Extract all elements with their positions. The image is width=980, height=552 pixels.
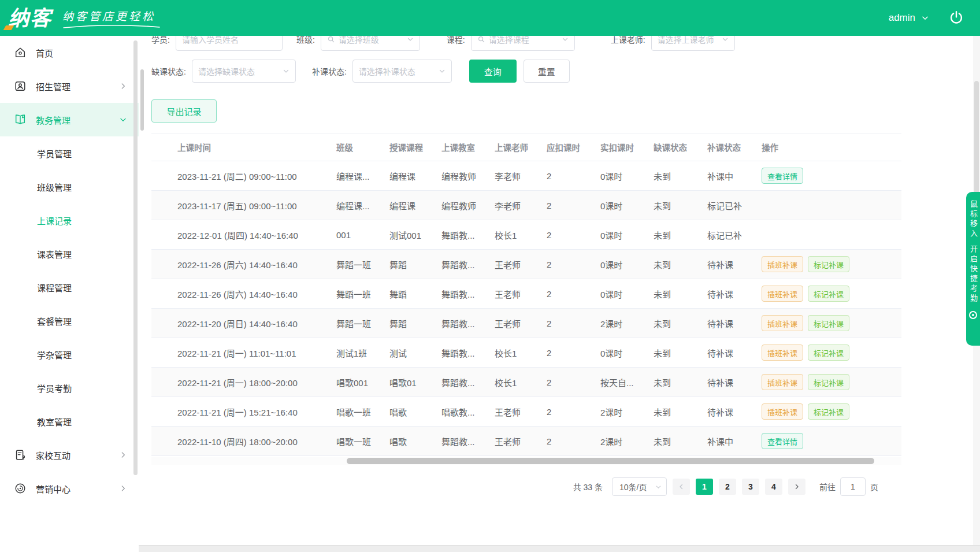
- mark-makeup-button[interactable]: 标记补课: [808, 256, 849, 272]
- mark-makeup-button[interactable]: 标记补课: [808, 403, 849, 420]
- cell-makeup-status: 补课中: [707, 427, 762, 456]
- cell-makeup-status: 标记已补: [707, 191, 762, 220]
- col-makeup-status: 补课状态: [707, 134, 762, 161]
- content-scrollbar-thumb[interactable]: [140, 69, 144, 131]
- chevron-down-icon: [439, 68, 446, 75]
- power-logout-icon[interactable]: [949, 10, 964, 25]
- sidebar-item-home-school[interactable]: 家校互动: [0, 438, 139, 472]
- col-actual-hours: 实扣课时: [600, 134, 654, 161]
- cell-time: 2022-11-21 (周一) 18:00~20:00: [177, 368, 336, 397]
- sidebar-item-label: 家校互动: [36, 449, 70, 461]
- view-details-button[interactable]: 查看详情: [762, 168, 803, 184]
- cell-selector-sliver: [151, 220, 177, 250]
- admin-username: admin: [889, 12, 915, 24]
- horizontal-scrollbar[interactable]: [151, 457, 901, 465]
- view-details-button[interactable]: 查看详情: [762, 433, 803, 449]
- sidebar-subitem-套餐管理[interactable]: 套餐管理: [0, 304, 139, 338]
- marketing-target-icon: [14, 482, 27, 495]
- cell-teacher: 李老师: [495, 161, 547, 191]
- filter-row-1: 学员: 请输入学员姓名 班级: 请选择班级 课程: 请选择课程: [151, 36, 980, 51]
- chevron-down-icon: [722, 36, 729, 43]
- cell-room: 舞蹈教...: [441, 338, 495, 368]
- mark-makeup-button[interactable]: 标记补课: [808, 344, 849, 361]
- page-size-select[interactable]: 10条/页: [612, 477, 667, 496]
- student-search-input[interactable]: 请输入学员姓名: [176, 36, 283, 51]
- sidebar-subitem-班级管理[interactable]: 班级管理: [0, 170, 139, 203]
- sidebar-subitem-课表管理[interactable]: 课表管理: [0, 237, 139, 271]
- cell-room: 编程教师: [441, 161, 495, 191]
- insert-makeup-button[interactable]: 插班补课: [762, 403, 803, 420]
- sidebar-subitem-学员考勤[interactable]: 学员考勤: [0, 371, 139, 405]
- cell-actions: 插班补课标记补课: [762, 279, 901, 309]
- absent-status-select[interactable]: 请选择缺课状态: [192, 60, 296, 83]
- next-page-button[interactable]: [788, 479, 805, 495]
- sidebar-subitem-教室管理[interactable]: 教室管理: [0, 405, 139, 438]
- cell-due-hours: 2: [547, 309, 600, 338]
- quick-attendance-tab[interactable]: 鼠标移入 开启快捷考勤: [966, 192, 980, 346]
- cell-actions: 插班补课标记补课: [762, 397, 901, 427]
- cell-actual-hours: 0课时: [600, 220, 654, 250]
- goto-page-input[interactable]: [840, 477, 866, 496]
- table-row: 2022-11-20 (周日) 14:40~16:40舞蹈一班舞蹈舞蹈教...王…: [151, 309, 901, 338]
- cell-actual-hours: 0课时: [600, 250, 654, 279]
- cell-time: 2022-12-01 (周四) 14:40~16:40: [177, 220, 336, 250]
- page-button-2[interactable]: 2: [719, 479, 736, 495]
- sidebar-subitem-学员管理[interactable]: 学员管理: [0, 136, 139, 170]
- prev-page-button[interactable]: [673, 479, 690, 495]
- page-button-4[interactable]: 4: [765, 479, 782, 495]
- mark-makeup-button[interactable]: 标记补课: [808, 374, 849, 390]
- export-records-button[interactable]: 导出记录: [151, 99, 217, 123]
- insert-makeup-button[interactable]: 插班补课: [762, 344, 803, 361]
- col-due-hours: 应扣课时: [547, 134, 600, 161]
- cell-teacher: 王老师: [495, 279, 547, 309]
- table-header-row: 上课时间 班级 授课课程 上课教室 上课老师 应扣课时 实扣课时 缺课状态 补课…: [151, 134, 901, 161]
- cell-class: 唱歌一班: [336, 427, 389, 456]
- col-class: 班级: [336, 134, 389, 161]
- cell-makeup-status: 待补课: [707, 250, 762, 279]
- cell-teacher: 校长1: [495, 338, 547, 368]
- insert-makeup-button[interactable]: 插班补课: [762, 374, 803, 390]
- teacher-select[interactable]: 请选择上课老师: [651, 36, 735, 51]
- cell-actions: 插班补课标记补课: [762, 338, 901, 368]
- sidebar-item-marketing[interactable]: 营销中心: [0, 472, 139, 505]
- reset-button[interactable]: 重置: [524, 60, 570, 83]
- mark-makeup-button[interactable]: 标记补课: [808, 286, 849, 302]
- cell-actions: 查看详情: [762, 161, 901, 191]
- cell-makeup-status: 待补课: [707, 368, 762, 397]
- class-select[interactable]: 请选择班级: [321, 36, 420, 51]
- insert-makeup-button[interactable]: 插班补课: [762, 315, 803, 331]
- mark-makeup-button[interactable]: 标记补课: [808, 315, 849, 331]
- makeup-status-select[interactable]: 请选择补课状态: [352, 60, 452, 83]
- insert-makeup-button[interactable]: 插班补课: [762, 256, 803, 272]
- sidebar-scrollbar[interactable]: [133, 40, 138, 475]
- sidebar-subitem-课程管理[interactable]: 课程管理: [0, 271, 139, 304]
- cell-selector-sliver: [151, 368, 177, 397]
- cell-actions: 插班补课标记补课: [762, 309, 901, 338]
- admin-user-menu[interactable]: admin: [889, 12, 929, 24]
- cell-selector-sliver: [151, 338, 177, 368]
- cell-actual-hours: 0课时: [600, 279, 654, 309]
- cell-due-hours: 2: [547, 427, 600, 456]
- sidebar-item-home[interactable]: 首页: [0, 36, 139, 69]
- cell-teacher: 校长1: [495, 368, 547, 397]
- horizontal-scrollbar-thumb[interactable]: [347, 458, 874, 464]
- cell-absent-status: 未到: [654, 279, 707, 309]
- table-row: 2023-11-21 (周二) 09:00~11:00编程课...编程课编程教师…: [151, 161, 901, 191]
- cell-time: 2022-11-10 (周四) 18:00~20:00: [177, 427, 336, 456]
- logo: 纳客 纳客管店更轻松: [8, 8, 155, 29]
- course-select[interactable]: 请选择课程: [471, 36, 575, 51]
- sidebar-subitem-学杂管理[interactable]: 学杂管理: [0, 338, 139, 371]
- cell-course: 编程课: [389, 191, 441, 220]
- cell-due-hours: 2: [547, 161, 600, 191]
- page-button-1[interactable]: 1: [696, 479, 713, 495]
- page-button-3[interactable]: 3: [742, 479, 759, 495]
- sidebar-item-admissions[interactable]: 招生管理: [0, 69, 139, 103]
- sidebar-item-academics[interactable]: 教务管理: [0, 103, 139, 136]
- search-button[interactable]: 查询: [469, 60, 517, 83]
- bottom-page-strip: [139, 545, 980, 552]
- table-row: 2022-11-26 (周六) 14:40~16:40舞蹈一班舞蹈舞蹈教...王…: [151, 250, 901, 279]
- cell-makeup-status: 待补课: [707, 397, 762, 427]
- insert-makeup-button[interactable]: 插班补课: [762, 286, 803, 302]
- sidebar-subitem-上课记录[interactable]: 上课记录: [0, 203, 139, 237]
- cell-course: 舞蹈: [389, 279, 441, 309]
